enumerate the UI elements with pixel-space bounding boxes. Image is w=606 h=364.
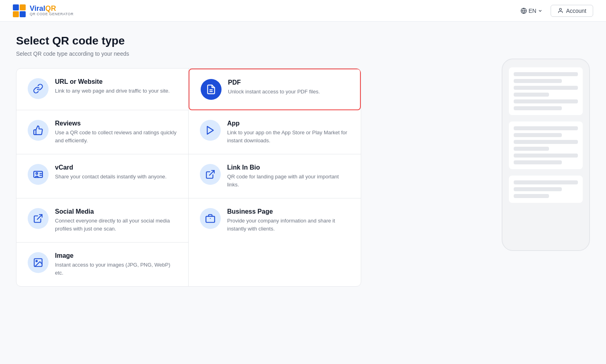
linkinbio-desc: QR code for landing page with all your i… bbox=[227, 173, 350, 188]
qr-item-url[interactable]: URL or Website Link to any web page and … bbox=[16, 69, 189, 110]
account-label: Account bbox=[566, 8, 586, 14]
phone-line bbox=[514, 133, 562, 137]
reviews-label: Reviews bbox=[55, 120, 177, 127]
svg-marker-5 bbox=[207, 126, 213, 134]
qr-type-grid: URL or Website Link to any web page and … bbox=[16, 68, 361, 287]
phone-frame bbox=[502, 59, 590, 251]
svg-point-15 bbox=[36, 261, 37, 262]
vcard-desc: Share your contact details instantly wit… bbox=[55, 173, 167, 181]
qr-item-image[interactable]: Image Instant access to your images (JPG… bbox=[16, 243, 189, 286]
account-button[interactable]: Account bbox=[551, 5, 593, 17]
phone-line bbox=[514, 187, 562, 191]
phone-line bbox=[514, 160, 562, 164]
phone-section-2 bbox=[509, 121, 583, 169]
phone-preview bbox=[502, 59, 590, 287]
main-content: Select QR code type Select QR code type … bbox=[0, 22, 606, 299]
phone-section-1 bbox=[509, 67, 583, 115]
url-icon-wrap bbox=[28, 78, 49, 99]
person-icon bbox=[557, 8, 563, 14]
pdf-desc: Unlock instant access to your PDF files. bbox=[228, 88, 320, 96]
phone-line bbox=[514, 79, 562, 83]
qr-item-app[interactable]: App Link to your app on the App Store or… bbox=[189, 110, 361, 154]
phone-line bbox=[514, 106, 562, 110]
play-icon bbox=[205, 125, 216, 135]
header: ViralQR QR Code Generator EN Account bbox=[0, 0, 606, 22]
language-button[interactable]: EN bbox=[516, 5, 547, 16]
phone-line bbox=[514, 154, 578, 158]
reviews-desc: Use a QR code to collect reviews and rat… bbox=[55, 129, 177, 144]
qr-item-socialmedia[interactable]: Social Media Connect everyone directly t… bbox=[16, 198, 189, 243]
phone-line bbox=[514, 126, 578, 130]
logo-name: ViralQR bbox=[30, 5, 73, 13]
logo: ViralQR QR Code Generator bbox=[13, 4, 73, 17]
url-label: URL or Website bbox=[55, 78, 170, 85]
logo-tagline: QR Code Generator bbox=[30, 12, 73, 16]
image-icon-wrap bbox=[28, 252, 49, 273]
phone-section-3 bbox=[509, 176, 583, 203]
pdf-label: PDF bbox=[228, 79, 320, 86]
pdf-icon-wrap bbox=[201, 79, 222, 100]
phone-line bbox=[514, 99, 578, 103]
phone-line bbox=[514, 93, 549, 97]
app-desc: Link to your app on the App Store or Pla… bbox=[227, 129, 350, 144]
page-title: Select QR code type bbox=[16, 34, 486, 47]
socialmedia-label: Social Media bbox=[55, 208, 177, 215]
businesspage-icon-wrap bbox=[200, 208, 221, 229]
phone-line bbox=[514, 86, 578, 90]
socialmedia-desc: Connect everyone directly to all your so… bbox=[55, 217, 177, 233]
qr-item-linkinbio[interactable]: Link In Bio QR code for landing page wit… bbox=[189, 154, 361, 198]
header-right: EN Account bbox=[516, 5, 593, 17]
app-label: App bbox=[227, 120, 350, 127]
page-subtitle: Select QR code type according to your ne… bbox=[16, 51, 486, 57]
url-desc: Link to any web page and drive traffic t… bbox=[55, 87, 170, 95]
svg-line-11 bbox=[37, 214, 42, 219]
businesspage-desc: Provide your company information and sha… bbox=[227, 217, 350, 233]
socialmedia-icon-wrap bbox=[28, 208, 49, 229]
content-area: Select QR code type Select QR code type … bbox=[16, 34, 486, 287]
image-icon bbox=[33, 257, 43, 268]
phone-line bbox=[514, 140, 578, 144]
logo-icon bbox=[13, 4, 26, 17]
image-label: Image bbox=[55, 252, 177, 259]
vcard-icon-wrap bbox=[28, 164, 49, 185]
linkinbio-icon-wrap bbox=[200, 164, 221, 185]
businesspage-label: Business Page bbox=[227, 208, 350, 215]
qr-item-vcard[interactable]: vCard Share your contact details instant… bbox=[16, 154, 189, 198]
svg-point-2 bbox=[559, 8, 561, 10]
thumbsup-icon bbox=[33, 125, 43, 135]
lang-label: EN bbox=[529, 8, 536, 14]
phone-line bbox=[514, 72, 578, 76]
briefcase-icon bbox=[205, 213, 216, 224]
link-icon bbox=[33, 83, 43, 94]
svg-rect-12 bbox=[206, 216, 215, 222]
phone-line bbox=[514, 194, 549, 198]
app-icon-wrap bbox=[200, 120, 221, 141]
reviews-icon-wrap bbox=[28, 120, 49, 141]
image-desc: Instant access to your images (JPG, PNG,… bbox=[55, 261, 177, 277]
linkinbio-label: Link In Bio bbox=[227, 164, 350, 171]
vcard-icon bbox=[33, 169, 43, 180]
svg-point-9 bbox=[36, 173, 38, 174]
qr-item-businesspage[interactable]: Business Page Provide your company infor… bbox=[189, 198, 361, 243]
svg-line-10 bbox=[209, 170, 214, 175]
share-icon bbox=[33, 213, 43, 224]
qr-item-pdf[interactable]: PDF Unlock instant access to your PDF fi… bbox=[189, 69, 361, 110]
chevron-down-icon bbox=[538, 8, 543, 13]
vcard-label: vCard bbox=[55, 164, 167, 171]
qr-item-reviews[interactable]: Reviews Use a QR code to collect reviews… bbox=[16, 110, 189, 154]
phone-line bbox=[514, 147, 549, 151]
external-link-icon bbox=[205, 169, 216, 180]
pdf-icon bbox=[206, 84, 216, 95]
phone-line bbox=[514, 180, 578, 184]
globe-icon bbox=[521, 8, 527, 14]
